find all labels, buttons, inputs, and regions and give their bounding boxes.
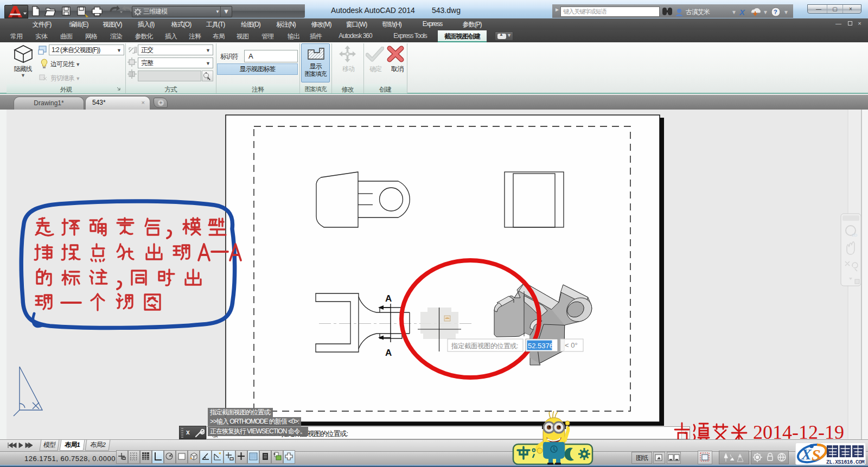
svg-text:▼: ▼ <box>783 9 789 15</box>
svg-text:▼: ▼ <box>763 9 768 15</box>
svg-text:A: A <box>385 348 392 358</box>
svg-text:古滇艾米: 古滇艾米 <box>686 8 710 16</box>
svg-text:A: A <box>385 293 392 304</box>
svg-text:X: X <box>739 8 745 17</box>
svg-text:S: S <box>812 446 821 464</box>
svg-text:指定截面视图的位置或:: 指定截面视图的位置或: <box>451 342 518 350</box>
svg-text:52.5376: 52.5376 <box>528 342 553 350</box>
svg-text:< 0°: < 0° <box>565 341 578 349</box>
svg-text:▼: ▼ <box>731 9 737 15</box>
svg-text:X: X <box>801 446 812 463</box>
svg-text:ZL.XS1616.COM: ZL.XS1616.COM <box>826 459 865 465</box>
svg-text:2D: 2D <box>852 233 857 238</box>
svg-text:?: ? <box>774 9 777 15</box>
